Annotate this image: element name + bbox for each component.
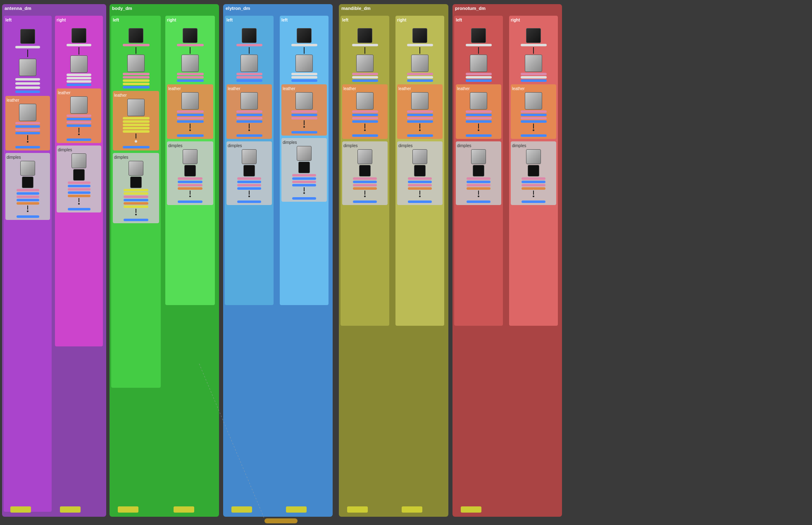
top-mandible-left	[342, 28, 388, 82]
output-mandible-right	[402, 506, 422, 513]
bar-leather-pr1	[521, 110, 547, 113]
horizontal-scrollbar[interactable]	[264, 518, 298, 523]
vline-dimples-el	[249, 191, 250, 195]
bar-dimples-bl1	[124, 189, 148, 191]
bar-dimples-al1	[17, 189, 39, 191]
node-dimples-el1	[242, 149, 257, 164]
bar-mr1	[407, 44, 433, 46]
bar-dimples-el2-1	[292, 174, 316, 177]
bar-dimples-br2	[178, 181, 202, 183]
bar-leather-pr3	[521, 117, 547, 119]
bar-bl4	[123, 79, 150, 82]
node-dimples-br1	[183, 149, 198, 164]
bar-ar4	[67, 80, 91, 83]
bar-leather-el3	[236, 117, 262, 119]
bar-al3	[15, 82, 40, 85]
leather-body-right: leather	[167, 84, 213, 139]
bar-leather-mr1	[407, 110, 433, 113]
node-dimples-pl1	[471, 149, 486, 164]
dimples-label-br: dimples	[168, 143, 212, 148]
module-label-elytron: elytron_dm	[226, 6, 250, 11]
bar-dimples-al4	[17, 199, 39, 201]
bar-ar1	[67, 44, 91, 46]
bar-leather-bl3	[123, 124, 150, 126]
bar-bl1	[123, 44, 150, 46]
node-leather-mr1	[411, 92, 429, 110]
node-box-ar2	[70, 55, 88, 73]
bar-br1	[177, 44, 204, 46]
dot-dimples-el	[248, 196, 250, 197]
bar-pl3	[466, 76, 492, 79]
dot-dimples-bl	[135, 214, 137, 215]
node-dimples-ml1	[357, 149, 372, 164]
bar-dimples-bl7	[124, 219, 148, 221]
bar-leather-ar2	[67, 118, 91, 120]
node-el2-1	[297, 28, 312, 43]
subcol-label-mandible-left: left	[342, 18, 348, 22]
dimples-mandible-left: dimples	[342, 141, 388, 205]
node-dimples-el2-black	[298, 162, 310, 173]
vline-dimples-br	[190, 191, 190, 195]
bar-dimples-ml1	[353, 177, 377, 180]
node-br2	[181, 55, 199, 72]
dimples-label-al: dimples	[7, 155, 49, 160]
vline-leather-al	[27, 135, 28, 140]
node-dimples-ar1	[71, 153, 86, 168]
node-bl1	[129, 28, 143, 43]
bar-bl2	[123, 73, 150, 75]
bar-dimples-bl5	[124, 202, 148, 205]
node-el2	[241, 55, 258, 72]
dimples-body-right: dimples	[167, 141, 213, 205]
node-dimples-mr1	[412, 149, 427, 164]
bar-el4	[236, 79, 262, 82]
bar-el2-1	[291, 44, 317, 46]
dot-dimples-ar	[78, 203, 80, 205]
bar-dimples-el2-3	[292, 181, 316, 183]
bar-leather-al2	[15, 125, 40, 128]
dot-dimples-al	[27, 210, 29, 212]
output-mandible-left	[347, 506, 368, 513]
node-leather-ar1	[70, 96, 88, 114]
top-pronotum-left	[456, 28, 501, 82]
top-mandible-right	[397, 28, 443, 82]
vline-leather-mr	[419, 124, 420, 129]
bar-leather-ar3	[67, 121, 91, 124]
subcol-pronotum-right: right leather	[509, 16, 558, 326]
node-mr1	[412, 28, 427, 43]
vline-leather-pr	[533, 124, 534, 129]
dot-leather-ml	[364, 129, 366, 131]
dimples-label-mr: dimples	[398, 143, 441, 148]
node-ml1	[357, 28, 372, 43]
leather-mandible-left: leather	[342, 84, 388, 139]
node-dimples-al1	[20, 161, 35, 176]
bar-el2-3	[291, 76, 317, 79]
bar-dimples-el2	[237, 181, 261, 183]
dot-leather-mr	[419, 129, 421, 131]
dot-leather-bl	[135, 140, 137, 143]
module-label-pronotum: pronotum_dm	[455, 6, 486, 11]
module-mandible-dm: mandible_dm left leather	[339, 4, 448, 517]
dot-leather-al	[27, 141, 29, 143]
dimples-label-pl: dimples	[457, 143, 500, 148]
module-label-mandible: mandible_dm	[341, 6, 371, 11]
node-dimples-mr-black	[414, 165, 426, 177]
bar-ml2	[352, 73, 378, 75]
bar-dimples-al3	[17, 196, 39, 198]
leather-mandible-right: leather	[397, 84, 443, 139]
bar-dimples-ml5	[353, 200, 377, 203]
bar-dimples-el2-4	[292, 184, 316, 186]
bar-mr2	[407, 73, 433, 75]
node-dimples-ml-black	[359, 165, 371, 177]
vline-al1	[27, 50, 28, 57]
dot-leather-pl	[478, 129, 479, 131]
dot-dimples-br	[189, 196, 191, 197]
vline-br1	[190, 47, 190, 54]
vline-dimples-mr	[419, 191, 420, 195]
module-label-antenna: antenna_dm	[5, 6, 31, 11]
vline-leather-el	[249, 124, 250, 129]
bar-dimples-el3	[237, 184, 261, 186]
vline-dimples-ml	[364, 191, 365, 195]
dimples-section-ar: dimples	[57, 146, 101, 212]
subcol-label-elytron-left: left	[226, 18, 233, 22]
top-section-ar	[57, 28, 101, 86]
